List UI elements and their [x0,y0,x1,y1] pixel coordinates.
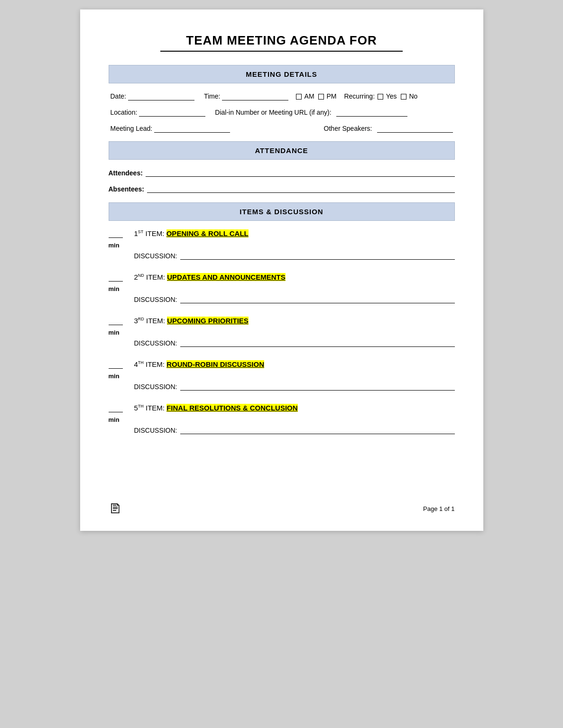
pm-label: PM [326,92,336,100]
item-2-discussion-row: DISCUSSION: [134,295,455,303]
item-3-min-label: min [109,329,120,336]
item-2-name: UPDATES AND ANNOUNCEMENTS [167,273,285,281]
item-5-title: 5TH ITEM: FINAL RESOLUTIONS & CONCLUSION [134,404,455,412]
item-1-header-row: min 1ST ITEM: OPENING & ROLL CALL [109,229,455,249]
attendees-row: Attendees: [109,168,455,177]
item-5-discussion-label: DISCUSSION: [134,427,177,434]
item-5-discussion-row: DISCUSSION: [134,426,455,434]
meeting-lead-field[interactable] [154,124,230,133]
item-4-discussion-field[interactable] [180,382,455,391]
item-2-header-row: min 2ND ITEM: UPDATES AND ANNOUNCEMENTS [109,273,455,293]
absentees-field[interactable] [147,184,455,193]
meeting-details-header: MEETING DETAILS [109,65,455,83]
location-field[interactable] [139,108,205,117]
attendance-header: ATTENDANCE [109,141,455,160]
item-3-discussion-field[interactable] [180,338,455,347]
item-5-discussion-field[interactable] [180,426,455,434]
item-3-name: UPCOMING PRIORITIES [167,317,249,325]
item-5-ordinal: 5TH ITEM: [134,404,167,412]
item-3-discussion-label: DISCUSSION: [134,339,177,347]
dialin-label: Dial-in Number or Meeting URL (if any): [215,109,331,116]
item-5-header-row: min 5TH ITEM: FINAL RESOLUTIONS & CONCLU… [109,404,455,424]
absentees-label: Absentees: [109,185,144,193]
item-1-min-label: min [109,242,120,249]
item-3-discussion-row: DISCUSSION: [134,338,455,347]
yes-checkbox[interactable] [378,94,383,100]
details-row-1: Date: Time: AM PM Recurring: Yes No [111,92,453,100]
item-4-title: 4TH ITEM: ROUND-ROBIN DISCUSSION [134,360,455,368]
item-1-discussion-row: DISCUSSION: [134,251,455,260]
time-label: Time: [204,92,220,100]
pm-checkbox-wrapper: PM [318,92,337,100]
footer-icon: 🖹 [109,501,122,517]
item-2-discussion-field[interactable] [180,295,455,303]
item-2-discussion-label: DISCUSSION: [134,296,177,303]
item-4-min-col: min [109,360,134,380]
recurring-label: Recurring: [344,92,375,100]
title-underline [160,51,403,52]
am-checkbox[interactable] [296,94,302,100]
details-row-3: Meeting Lead: Other Speakers: [111,124,453,133]
attendance-section: Attendees: Absentees: [109,168,455,193]
item-2-min-col: min [109,273,134,293]
other-speakers-label: Other Speakers: [324,125,372,132]
item-3-header-row: min 3RD ITEM: UPCOMING PRIORITIES [109,317,455,337]
footer: 🖹 Page 1 of 1 [109,501,455,517]
agenda-item-1: min 1ST ITEM: OPENING & ROLL CALL DISCUS… [109,229,455,260]
item-1-title: 1ST ITEM: OPENING & ROLL CALL [134,229,455,237]
item-4-min-label: min [109,373,120,380]
item-1-discussion-field[interactable] [180,251,455,260]
no-label: No [409,92,417,100]
item-4-discussion-label: DISCUSSION: [134,383,177,391]
item-5-min-col: min [109,404,134,424]
am-checkbox-wrapper: AM [296,92,314,100]
item-5-name: FINAL RESOLUTIONS & CONCLUSION [166,404,297,412]
item-4-header-row: min 4TH ITEM: ROUND-ROBIN DISCUSSION [109,360,455,380]
other-speakers-field[interactable] [377,124,453,133]
attendees-label: Attendees: [109,169,143,177]
item-2-min-blank[interactable] [109,273,123,282]
agenda-item-2: min 2ND ITEM: UPDATES AND ANNOUNCEMENTS … [109,273,455,303]
item-2-min-label: min [109,285,120,292]
date-field[interactable] [128,92,194,100]
agenda-item-5: min 5TH ITEM: FINAL RESOLUTIONS & CONCLU… [109,404,455,434]
item-2-ordinal: 2ND ITEM: [134,273,167,281]
item-5-min-label: min [109,416,120,423]
item-2-title: 2ND ITEM: UPDATES AND ANNOUNCEMENTS [134,273,455,281]
items-header: ITEMS & DISCUSSION [109,202,455,221]
item-3-min-blank[interactable] [109,317,123,325]
document-title: TEAM MEETING AGENDA FOR [109,33,455,48]
item-4-name: ROUND-ROBIN DISCUSSION [166,360,264,368]
item-4-ordinal: 4TH ITEM: [134,360,167,368]
footer-page-label: Page 1 of 1 [423,505,455,512]
item-5-min-blank[interactable] [109,404,123,412]
time-field[interactable] [222,92,288,100]
no-checkbox-wrapper: No [401,92,418,100]
yes-label: Yes [386,92,397,100]
yes-checkbox-wrapper: Yes [378,92,397,100]
document-page: TEAM MEETING AGENDA FOR MEETING DETAILS … [80,9,483,531]
pm-checkbox[interactable] [318,94,324,100]
no-checkbox[interactable] [401,94,406,100]
item-1-name: OPENING & ROLL CALL [166,229,249,237]
item-1-ordinal: 1ST ITEM: [134,229,166,237]
item-3-ordinal: 3RD ITEM: [134,317,167,325]
agenda-item-3: min 3RD ITEM: UPCOMING PRIORITIES DISCUS… [109,317,455,347]
meeting-lead-label: Meeting Lead: [111,125,153,132]
meeting-details-grid: Date: Time: AM PM Recurring: Yes No [109,92,455,133]
absentees-row: Absentees: [109,184,455,193]
item-4-discussion-row: DISCUSSION: [134,382,455,391]
item-3-title: 3RD ITEM: UPCOMING PRIORITIES [134,317,455,325]
details-row-2: Location: Dial-in Number or Meeting URL … [111,108,453,117]
am-label: AM [305,92,314,100]
dialin-field[interactable] [336,108,407,117]
location-label: Location: [111,109,138,116]
item-1-min-blank[interactable] [109,229,123,238]
item-1-discussion-label: DISCUSSION: [134,252,177,260]
attendees-field[interactable] [146,168,455,177]
agenda-item-4: min 4TH ITEM: ROUND-ROBIN DISCUSSION DIS… [109,360,455,391]
item-4-min-blank[interactable] [109,360,123,369]
item-1-min-col: min [109,229,134,249]
date-label: Date: [111,92,126,100]
item-3-min-col: min [109,317,134,337]
